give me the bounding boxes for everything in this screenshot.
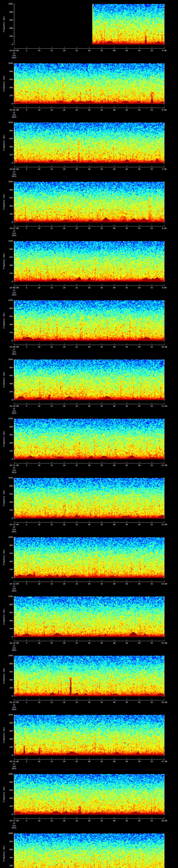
- y-tick-label: 200: [0, 35, 13, 37]
- y-minor-tick: [14, 516, 15, 517]
- y-minor-tick: [14, 719, 15, 719]
- y-minor-tick: [164, 778, 164, 778]
- y-axis-right: [164, 715, 165, 755]
- date-label: 21 Jun 2015: [12, 704, 17, 711]
- y-tick-label: 1000: [0, 595, 13, 597]
- x-major-tick: [164, 106, 165, 108]
- spectrogram-panel: Frequency (Hz)0200400600800100010:11:005…: [0, 419, 178, 478]
- y-minor-tick: [164, 598, 164, 599]
- x-major-tick: [64, 462, 64, 463]
- y-tick-label: 1000: [0, 3, 13, 5]
- y-tick-label: 600: [0, 789, 13, 791]
- spectrogram-panel: Frequency (Hz)0200400600800100010:17:005…: [0, 774, 178, 833]
- y-tick-label: 200: [0, 628, 13, 630]
- y-major-tick: [163, 664, 164, 664]
- y-major-tick: [14, 494, 15, 494]
- y-axis-right: [164, 478, 165, 519]
- y-minor-tick: [164, 631, 164, 631]
- y-major-tick: [163, 341, 164, 341]
- y-minor-tick: [164, 627, 164, 627]
- x-tick-label: 5: [26, 50, 27, 52]
- y-minor-tick: [164, 208, 164, 208]
- x-major-tick: [152, 403, 152, 404]
- y-tick-label: 1000: [0, 536, 13, 538]
- y-tick-label: 0: [0, 340, 13, 342]
- y-tick-label: 1000: [0, 299, 13, 301]
- date-label: 21 Jun 2015: [12, 112, 17, 118]
- spectrogram-image: [14, 656, 164, 696]
- y-tick-label: 800: [0, 485, 13, 487]
- y-minor-tick: [14, 100, 15, 100]
- y-tick-label: 1000: [0, 773, 13, 775]
- y-minor-tick: [164, 541, 164, 541]
- x-major-tick: [39, 284, 39, 286]
- y-major-tick: [14, 368, 15, 368]
- y-minor-tick: [164, 812, 164, 813]
- y-major-tick: [14, 71, 15, 72]
- y-tick-label: 200: [0, 687, 13, 689]
- y-minor-tick: [14, 780, 15, 780]
- y-minor-tick: [164, 302, 164, 303]
- x-tick-label: 50: [138, 405, 140, 407]
- x-tick-label: 55: [151, 109, 153, 111]
- x-tick-label: 15: [51, 287, 53, 289]
- y-major-tick: [14, 798, 15, 799]
- y-major-tick: [14, 478, 15, 478]
- date-label: 21 Jun 2015: [12, 585, 17, 592]
- x-tick-label: 10: [38, 761, 40, 763]
- x-major-tick: [77, 640, 77, 641]
- y-minor-tick: [14, 490, 15, 490]
- x-axis: [14, 226, 165, 226]
- y-minor-tick: [14, 792, 15, 793]
- y-tick-label: 600: [0, 256, 13, 258]
- x-tick-label: 10:00: [161, 346, 167, 348]
- y-minor-tick: [14, 327, 15, 327]
- y-minor-tick: [164, 380, 164, 380]
- x-tick-label: 50: [138, 701, 140, 704]
- y-major-tick: [14, 613, 15, 613]
- y-minor-tick: [164, 692, 164, 692]
- x-major-tick: [52, 640, 52, 641]
- y-minor-tick: [164, 306, 164, 307]
- y-minor-tick: [164, 220, 164, 220]
- y-tick-label: 1000: [0, 359, 13, 361]
- y-minor-tick: [14, 86, 15, 86]
- y-minor-tick: [164, 186, 164, 186]
- y-axis-right: [164, 656, 165, 696]
- x-tick-label: 5:00: [162, 50, 167, 52]
- x-major-tick: [64, 403, 64, 404]
- y-major-tick: [14, 518, 15, 519]
- spectrogram-panel: Frequency (Hz)0200400600800100010:05:005…: [0, 63, 178, 123]
- x-tick-label: 15: [51, 227, 53, 229]
- y-axis-title: Frequency (Hz): [3, 478, 5, 518]
- y-axis-right: [164, 774, 165, 815]
- y-tick-label: 0: [0, 695, 13, 697]
- y-tick-label: 0: [0, 43, 13, 45]
- y-tick-label: 200: [0, 568, 13, 570]
- y-minor-tick: [14, 204, 15, 204]
- y-tick-label: 600: [0, 138, 13, 140]
- x-tick-label: 17:00: [161, 761, 167, 763]
- y-major-tick: [163, 316, 164, 317]
- y-minor-tick: [164, 500, 164, 500]
- x-major-tick: [64, 580, 64, 582]
- x-tick-label: 40: [113, 227, 115, 229]
- y-tick-label: 0: [0, 221, 13, 223]
- x-tick-label: 30: [88, 109, 90, 111]
- y-minor-tick: [164, 719, 164, 719]
- spectrogram-panel: Frequency (Hz)0200400600800100010:07:005…: [0, 182, 178, 241]
- y-minor-tick: [14, 800, 15, 801]
- y-minor-tick: [14, 94, 15, 94]
- x-axis: [14, 818, 165, 819]
- y-minor-tick: [164, 394, 164, 394]
- y-tick-label: 800: [0, 722, 13, 724]
- x-tick-label: 40: [113, 405, 115, 407]
- y-major-tick: [163, 774, 164, 774]
- spectrogram-panel: Frequency (Hz)0200400600800100010:08:005…: [0, 241, 178, 301]
- y-minor-tick: [14, 362, 15, 362]
- y-minor-tick: [164, 318, 164, 319]
- x-tick-label: 50: [138, 464, 140, 466]
- x-major-tick: [64, 758, 64, 759]
- y-minor-tick: [164, 362, 164, 362]
- y-minor-tick: [164, 337, 164, 337]
